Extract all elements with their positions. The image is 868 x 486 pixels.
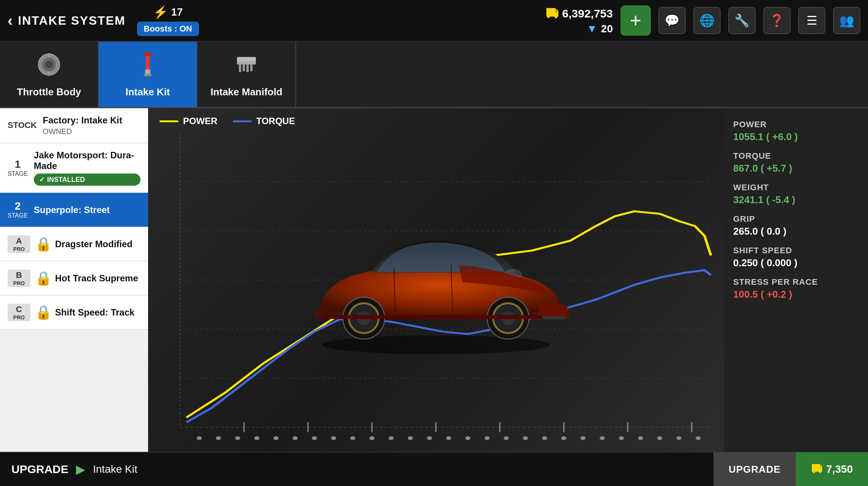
svg-point-32 <box>235 436 240 440</box>
coins-display: ⛟ 6,392,753 <box>546 6 613 21</box>
graph-legend: POWER TORQUE <box>159 116 295 126</box>
stock-info: Factory: Intake Kit OWNED <box>43 115 140 136</box>
stage2-badge: 2 STAGE <box>8 200 28 219</box>
lightning-icon: ⚡ <box>153 5 168 19</box>
lock-a-icon: 🔒 <box>35 236 52 252</box>
svg-point-31 <box>216 436 221 440</box>
header: ‹ INTAKE SYSTEM ⚡ 17 Boosts : ON ⛟ 6,392… <box>0 0 868 42</box>
power-legend-label: POWER <box>183 116 218 126</box>
wrench-button[interactable]: 🔧 <box>728 7 756 34</box>
svg-point-45 <box>485 436 489 440</box>
pro-b-info: Hot Track Supreme <box>55 273 140 284</box>
help-button[interactable]: ❓ <box>763 7 791 34</box>
svg-point-42 <box>427 436 432 440</box>
pro-a-info: Dragster Modified <box>55 239 140 249</box>
pro-b-name: Hot Track Supreme <box>55 273 140 284</box>
cost-button[interactable]: ⛟ 7,350 <box>796 452 868 486</box>
globe-button[interactable]: 🌐 <box>693 7 721 34</box>
social-button[interactable]: 👥 <box>833 7 860 34</box>
torque-value: 867.0 ( +5.7 ) <box>733 163 859 174</box>
stock-badge: STOCK <box>8 121 37 130</box>
gem-icon: ▼ <box>587 23 597 35</box>
lock-b-icon: 🔒 <box>35 270 52 286</box>
svg-point-39 <box>369 436 374 440</box>
pro-c-badge: C PRO <box>8 304 30 321</box>
chat-button[interactable]: 💬 <box>658 7 686 34</box>
svg-rect-14 <box>237 57 256 62</box>
svg-point-41 <box>408 436 413 440</box>
svg-point-33 <box>254 436 259 440</box>
grip-value: 265.0 ( 0.0 ) <box>733 226 859 237</box>
add-currency-button[interactable]: + <box>620 5 651 36</box>
upgrade-item-stage1[interactable]: 1 STAGE Jake Motorsport: Dura-Made ✓ INS… <box>0 143 148 193</box>
upgrade-item-pro-c[interactable]: C PRO 🔒 Shift Speed: Track <box>0 295 148 330</box>
page-title: INTAKE SYSTEM <box>18 14 125 28</box>
tab-intake-kit[interactable]: Intake Kit <box>99 42 197 107</box>
tab-throttle-body-label: Throttle Body <box>17 86 81 98</box>
currency-area: ⛟ 6,392,753 ▼ 20 <box>546 6 613 35</box>
coins-value: 6,392,753 <box>562 7 613 20</box>
play-icon: ▶ <box>76 462 85 477</box>
power-value: 1055.1 ( +6.0 ) <box>733 131 859 143</box>
svg-point-47 <box>523 436 528 440</box>
svg-rect-13 <box>250 65 253 71</box>
upgrade-item-pro-a[interactable]: A PRO 🔒 Dragster Modified <box>0 227 148 261</box>
pro-c-info: Shift Speed: Track <box>55 307 140 318</box>
stage1-name: Jake Motorsport: Dura-Made <box>34 150 140 171</box>
torque-legend-label: TORQUE <box>256 116 295 126</box>
svg-point-35 <box>293 436 298 440</box>
svg-point-6 <box>143 52 152 56</box>
svg-point-51 <box>600 436 604 440</box>
svg-point-43 <box>446 436 451 440</box>
back-button[interactable]: ‹ INTAKE SYSTEM <box>8 12 126 29</box>
stage1-badge: 1 STAGE <box>8 159 28 177</box>
power-legend: POWER <box>159 116 218 126</box>
svg-rect-10 <box>239 65 241 72</box>
gems-display: ▼ 20 <box>587 23 613 35</box>
boosts-button[interactable]: Boosts : ON <box>137 22 199 36</box>
menu-button[interactable]: ☰ <box>798 7 825 34</box>
svg-point-49 <box>561 436 566 440</box>
svg-point-40 <box>388 436 393 440</box>
throttle-body-icon <box>36 51 62 83</box>
upgrade-text: UPGRADE <box>11 463 68 476</box>
tab-throttle-body[interactable]: Throttle Body <box>0 42 99 107</box>
pro-a-name: Dragster Modified <box>55 239 140 249</box>
torque-label: TORQUE <box>733 151 859 161</box>
pro-b-badge: B PRO <box>8 270 30 287</box>
svg-rect-67 <box>322 315 542 319</box>
svg-rect-11 <box>243 65 245 71</box>
upgrade-button[interactable]: UPGRADE <box>713 452 796 486</box>
upgrades-list: STOCK Factory: Intake Kit OWNED 1 STAGE … <box>0 108 148 452</box>
boost-area: ⚡ 17 Boosts : ON <box>137 5 199 36</box>
installed-badge: ✓ INSTALLED <box>34 174 140 186</box>
back-arrow-icon: ‹ <box>8 12 13 29</box>
car-image <box>288 204 584 356</box>
svg-point-55 <box>676 436 681 440</box>
lock-c-icon: 🔒 <box>35 305 52 320</box>
header-icons: 💬 🌐 🔧 ❓ ☰ 👥 <box>658 7 860 34</box>
tab-intake-manifold[interactable]: Intake Manifold <box>197 42 296 107</box>
tabs-container: Throttle Body Intake Kit Intake Manifold <box>0 42 868 108</box>
tab-intake-manifold-label: Intake Manifold <box>210 86 282 98</box>
stage2-name: Superpole: Street <box>34 205 140 215</box>
svg-point-2 <box>45 61 53 68</box>
stat-torque: TORQUE 867.0 ( +5.7 ) <box>733 151 859 174</box>
stress-value: 100.5 ( +0.2 ) <box>733 289 859 300</box>
center-car-area: POWER TORQUE <box>148 108 724 452</box>
upgrade-item-pro-b[interactable]: B PRO 🔒 Hot Track Supreme <box>0 261 148 295</box>
stock-sub: OWNED <box>43 127 140 136</box>
stage1-info: Jake Motorsport: Dura-Made ✓ INSTALLED <box>34 150 140 186</box>
cost-coin-icon: ⛟ <box>811 463 822 476</box>
pro-a-badge: A PRO <box>8 235 30 253</box>
upgrade-item-stage2[interactable]: 2 STAGE Superpole: Street <box>0 193 148 227</box>
svg-rect-4 <box>48 71 50 76</box>
upgrade-item-stock[interactable]: STOCK Factory: Intake Kit OWNED <box>0 108 148 143</box>
svg-rect-3 <box>48 53 50 58</box>
svg-point-56 <box>696 436 701 440</box>
stat-grip: GRIP 265.0 ( 0.0 ) <box>733 214 859 237</box>
bottom-bar: UPGRADE ▶ Intake Kit UPGRADE ⛟ 7,350 <box>0 452 868 486</box>
stats-panel: POWER 1055.1 ( +6.0 ) TORQUE 867.0 ( +5.… <box>724 108 868 452</box>
intake-kit-icon <box>134 51 161 83</box>
intake-manifold-icon <box>233 51 260 83</box>
